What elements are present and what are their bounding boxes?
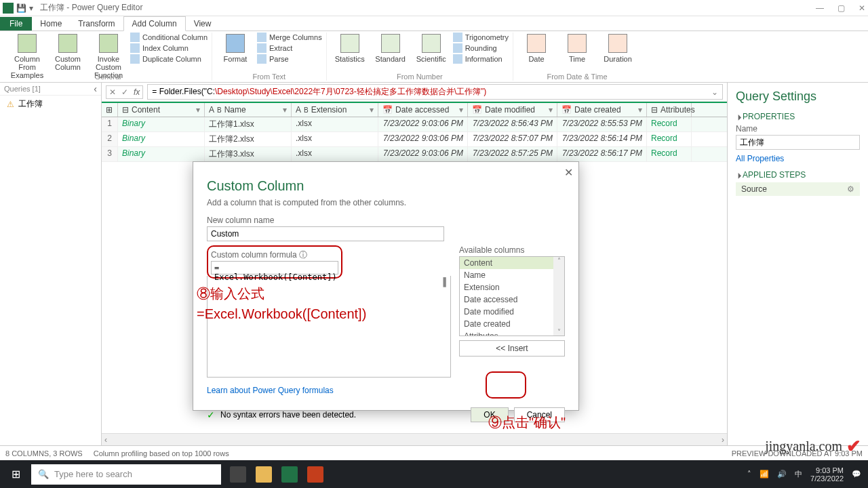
- start-button[interactable]: ⊞: [0, 468, 31, 481]
- list-item[interactable]: Date created: [460, 318, 564, 330]
- syntax-status: No syntax errors have been detected.: [220, 410, 356, 420]
- tray-ime-icon[interactable]: 中: [795, 469, 802, 479]
- list-item[interactable]: Attributes: [460, 330, 564, 336]
- new-column-label: New column name: [207, 216, 565, 225]
- annotation-formula: ⑧输入公式=Excel.Workbook([Content]): [197, 283, 366, 324]
- new-column-input[interactable]: [207, 226, 444, 241]
- task-view-icon[interactable]: [227, 464, 249, 485]
- tray-notifications-icon[interactable]: 💬: [852, 470, 861, 479]
- check-icon: ✓: [207, 409, 215, 420]
- available-columns-list[interactable]: ContentNameExtensionDate accessedDate mo…: [459, 256, 565, 336]
- dialog-title: Custom Column: [207, 178, 565, 194]
- list-item[interactable]: Date accessed: [460, 293, 564, 306]
- tray-clock[interactable]: 9:03 PM7/23/2022: [810, 466, 844, 483]
- annotation-ok: ⑨点击"确认": [488, 413, 566, 432]
- explorer-icon[interactable]: [253, 464, 275, 485]
- tray-wifi-icon[interactable]: 📶: [760, 470, 769, 479]
- insert-button[interactable]: << Insert: [459, 340, 565, 357]
- list-scrollbar[interactable]: ˄˅: [553, 257, 564, 336]
- list-item[interactable]: Content: [460, 257, 564, 269]
- dialog-close-icon[interactable]: ✕: [564, 166, 573, 179]
- watermark: jingyanla.com✔: [765, 436, 861, 457]
- scroll-handle-icon[interactable]: ▌: [443, 277, 449, 287]
- formula-input-top[interactable]: = Excel.Workbook([Content]): [211, 261, 338, 274]
- dialog-subtitle: Add a column that is computed from the o…: [207, 198, 565, 207]
- taskbar-search[interactable]: 🔍Type here to search: [31, 464, 221, 485]
- watermark-check-icon: ✔: [846, 436, 861, 457]
- formula-label: Custom column formula ⓘ: [211, 249, 338, 261]
- search-icon: 🔍: [38, 469, 49, 479]
- ok-highlight-ring: [486, 371, 526, 399]
- list-item[interactable]: Name: [460, 269, 564, 281]
- list-item[interactable]: Extension: [460, 281, 564, 293]
- tray-up-icon[interactable]: ˄: [747, 470, 751, 479]
- available-columns-label: Available columns: [459, 245, 565, 255]
- tray-volume-icon[interactable]: 🔊: [777, 470, 787, 479]
- powerpoint-icon[interactable]: [304, 464, 326, 485]
- excel-taskbar-icon[interactable]: [279, 464, 300, 485]
- list-item[interactable]: Date modified: [460, 306, 564, 318]
